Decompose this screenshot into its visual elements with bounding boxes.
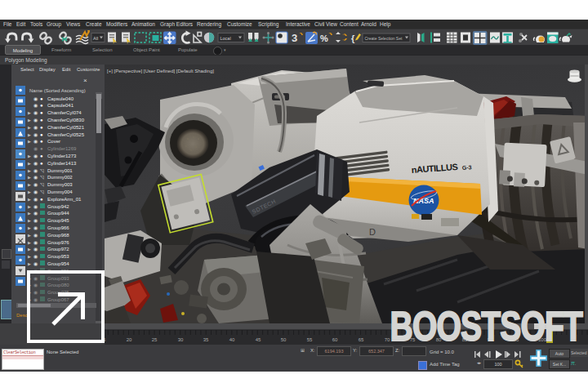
svg-text:[+] [Perspective] [User Define: [+] [Perspective] [User Defined] [Defaul… xyxy=(107,69,214,74)
svg-text:D: D xyxy=(369,227,376,237)
svg-text:%: % xyxy=(320,33,328,43)
svg-text:40: 40 xyxy=(229,337,235,342)
svg-text:{: { xyxy=(351,33,355,43)
svg-text:BOOSTSOFT: BOOSTSOFT xyxy=(390,308,583,344)
svg-text:65: 65 xyxy=(359,337,364,342)
svg-text:All: All xyxy=(93,36,98,41)
svg-text:25: 25 xyxy=(152,337,158,342)
svg-text:Local: Local xyxy=(220,36,231,41)
svg-text:3: 3 xyxy=(292,32,297,44)
svg-text:50: 50 xyxy=(281,337,287,342)
svg-text:45: 45 xyxy=(256,337,261,342)
svg-text:60: 60 xyxy=(332,337,338,342)
svg-text:20: 20 xyxy=(127,337,132,342)
svg-text:Create Selection Set: Create Selection Set xyxy=(365,36,403,41)
svg-text:55: 55 xyxy=(307,337,313,342)
svg-text:35: 35 xyxy=(203,337,209,342)
svg-text:G-3: G-3 xyxy=(462,164,472,171)
svg-text:30: 30 xyxy=(178,337,184,342)
